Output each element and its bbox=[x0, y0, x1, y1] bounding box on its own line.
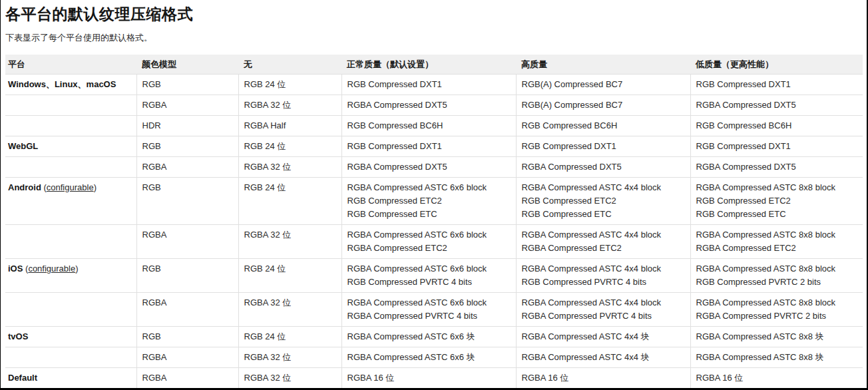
cell-normal-quality: RGBA 16 位 bbox=[341, 368, 516, 389]
cell-high-quality: RGBA 16 位 bbox=[516, 368, 690, 389]
cell-color-model: RGB bbox=[136, 136, 238, 157]
cell-color-model: RGBA bbox=[136, 347, 238, 368]
cell-color-model: RGBA bbox=[136, 293, 238, 327]
cell-none: RGB 24 位 bbox=[238, 75, 341, 95]
platform-name: iOS bbox=[8, 264, 23, 274]
cell-color-model: RGBA bbox=[136, 225, 238, 259]
cell-high-quality: RGB(A) Compressed BC7 bbox=[516, 95, 690, 116]
cell-normal-quality: RGBA Compressed ASTC 6x6 block RGB Compr… bbox=[341, 259, 516, 293]
cell-none: RGB 24 位 bbox=[238, 259, 341, 293]
cell-high-quality: RGBA Compressed ASTC 4x4 block RGBA Comp… bbox=[516, 293, 690, 327]
texture-formats-table: 平台 颜色模型 无 正常质量（默认设置） 高质量 低质量（更高性能） Windo… bbox=[5, 55, 863, 389]
page-title: 各平台的默认纹理压缩格式 bbox=[5, 4, 867, 24]
cell-platform: Windows、Linux、macOS bbox=[5, 75, 136, 95]
table-row: RGBA RGBA 32 位 RGBA Compressed DXT5 RGBA… bbox=[5, 157, 863, 178]
cell-low-quality: RGBA Compressed ASTC 8x8 block RGB Compr… bbox=[690, 259, 863, 293]
paren-close: ) bbox=[75, 264, 78, 274]
table-row: WebGL RGB RGB 24 位 RGB Compressed DXT1 R… bbox=[5, 136, 863, 157]
cell-platform: Default bbox=[5, 368, 136, 389]
cell-normal-quality: RGBA Compressed DXT5 bbox=[341, 157, 516, 178]
cell-low-quality: RGBA Compressed DXT5 bbox=[690, 157, 863, 178]
cell-high-quality: RGB Compressed DXT1 bbox=[516, 136, 690, 157]
cell-high-quality: RGBA Compressed DXT5 bbox=[516, 157, 690, 178]
cell-high-quality: RGBA Compressed ASTC 4x4 块 bbox=[516, 327, 690, 347]
cell-color-model: RGBA bbox=[136, 368, 238, 389]
cell-normal-quality: RGBA Compressed ASTC 6x6 块 bbox=[341, 327, 516, 347]
col-header-none: 无 bbox=[238, 55, 341, 75]
cell-low-quality: RGBA Compressed ASTC 8x8 block RGBA Comp… bbox=[690, 225, 863, 259]
cell-low-quality: RGBA Compressed ASTC 8x8 块 bbox=[690, 347, 863, 368]
cell-none: RGB 24 位 bbox=[238, 178, 341, 225]
cell-normal-quality: RGBA Compressed ASTC 6x6 block RGBA Comp… bbox=[341, 225, 516, 259]
cell-low-quality: RGB Compressed BC6H bbox=[690, 116, 863, 136]
cell-normal-quality: RGB Compressed DXT1 bbox=[341, 136, 516, 157]
cell-normal-quality: RGBA Compressed ASTC 6x6 block RGB Compr… bbox=[341, 178, 516, 225]
cell-low-quality: RGBA Compressed DXT5 bbox=[690, 95, 863, 116]
cell-low-quality: RGB Compressed DXT1 bbox=[690, 75, 863, 95]
col-header-high-quality: 高质量 bbox=[516, 55, 690, 75]
cell-low-quality: RGBA 16 位 bbox=[690, 368, 863, 389]
cell-none: RGBA 32 位 bbox=[238, 157, 341, 178]
cell-color-model: RGB bbox=[136, 75, 238, 95]
page-intro: 下表显示了每个平台使用的默认格式。 bbox=[5, 32, 867, 44]
cell-high-quality: RGBA Compressed ASTC 4x4 block RGBA Comp… bbox=[516, 225, 690, 259]
cell-platform bbox=[5, 347, 136, 368]
cell-color-model: RGB bbox=[136, 178, 238, 225]
cell-none: RGBA Half bbox=[238, 116, 341, 136]
paren-close: ) bbox=[94, 182, 97, 192]
table-row: Windows、Linux、macOS RGB RGB 24 位 RGB Com… bbox=[5, 75, 863, 95]
col-header-platform: 平台 bbox=[5, 55, 136, 75]
cell-platform bbox=[5, 95, 136, 116]
cell-none: RGBA 32 位 bbox=[238, 95, 341, 116]
platform-name: tvOS bbox=[8, 331, 28, 341]
platform-name: Default bbox=[8, 373, 37, 383]
cell-platform: iOS (configurable) bbox=[5, 259, 136, 293]
cell-none: RGB 24 位 bbox=[238, 136, 341, 157]
cell-platform bbox=[5, 293, 136, 327]
table-row: tvOS RGB RGB 24 位 RGBA Compressed ASTC 6… bbox=[5, 327, 863, 347]
cell-platform bbox=[5, 225, 136, 259]
col-header-normal-quality: 正常质量（默认设置） bbox=[341, 55, 516, 75]
cell-normal-quality: RGBA Compressed ASTC 6x6 block RGBA Comp… bbox=[341, 293, 516, 327]
cell-color-model: RGBA bbox=[136, 95, 238, 116]
cell-color-model: HDR bbox=[136, 116, 238, 136]
cell-color-model: RGB bbox=[136, 259, 238, 293]
configurable-link[interactable]: configurable bbox=[28, 264, 75, 274]
cell-normal-quality: RGB Compressed DXT1 bbox=[341, 75, 516, 95]
table-header-row: 平台 颜色模型 无 正常质量（默认设置） 高质量 低质量（更高性能） bbox=[5, 55, 863, 75]
cell-platform: WebGL bbox=[5, 136, 136, 157]
table-row: RGBA RGBA 32 位 RGBA Compressed DXT5 RGB(… bbox=[5, 95, 863, 116]
table-row: RGBA RGBA 32 位 RGBA Compressed ASTC 6x6 … bbox=[5, 347, 863, 368]
cell-platform bbox=[5, 116, 136, 136]
cell-low-quality: RGB Compressed DXT1 bbox=[690, 136, 863, 157]
table-row: RGBA RGBA 32 位 RGBA Compressed ASTC 6x6 … bbox=[5, 293, 863, 327]
cell-low-quality: RGBA Compressed ASTC 8x8 block RGB Compr… bbox=[690, 178, 863, 225]
cell-none: RGBA 32 位 bbox=[238, 225, 341, 259]
cell-low-quality: RGBA Compressed ASTC 8x8 block RGBA Comp… bbox=[690, 293, 863, 327]
cell-platform: tvOS bbox=[5, 327, 136, 347]
cell-low-quality: RGBA Compressed ASTC 8x8 块 bbox=[690, 327, 863, 347]
cell-none: RGBA 32 位 bbox=[238, 347, 341, 368]
docs-page: 各平台的默认纹理压缩格式 下表显示了每个平台使用的默认格式。 平台 颜色模型 无… bbox=[0, 0, 868, 390]
table-row: HDR RGBA Half RGB Compressed BC6H RGB Co… bbox=[5, 116, 863, 136]
cell-color-model: RGBA bbox=[136, 157, 238, 178]
cell-high-quality: RGB Compressed BC6H bbox=[516, 116, 690, 136]
table-row: Android (configurable) RGB RGB 24 位 RGBA… bbox=[5, 178, 863, 225]
cell-none: RGB 24 位 bbox=[238, 327, 341, 347]
cell-none: RGBA 32 位 bbox=[238, 368, 341, 389]
col-header-color-model: 颜色模型 bbox=[136, 55, 238, 75]
table-row: Default RGBA RGBA 32 位 RGBA 16 位 RGBA 16… bbox=[5, 368, 863, 389]
cell-normal-quality: RGBA Compressed DXT5 bbox=[341, 95, 516, 116]
cell-color-model: RGB bbox=[136, 327, 238, 347]
cell-platform bbox=[5, 157, 136, 178]
configurable-link[interactable]: configurable bbox=[47, 182, 94, 192]
platform-name: Android bbox=[8, 182, 41, 192]
platform-name: Windows、Linux、macOS bbox=[8, 79, 116, 89]
platform-name: WebGL bbox=[8, 141, 38, 151]
cell-normal-quality: RGBA Compressed ASTC 6x6 块 bbox=[341, 347, 516, 368]
cell-high-quality: RGBA Compressed ASTC 4x4 block RGB Compr… bbox=[516, 178, 690, 225]
cell-platform: Android (configurable) bbox=[5, 178, 136, 225]
cell-high-quality: RGBA Compressed ASTC 4x4 块 bbox=[516, 347, 690, 368]
table-row: iOS (configurable) RGB RGB 24 位 RGBA Com… bbox=[5, 259, 863, 293]
cell-none: RGBA 32 位 bbox=[238, 293, 341, 327]
